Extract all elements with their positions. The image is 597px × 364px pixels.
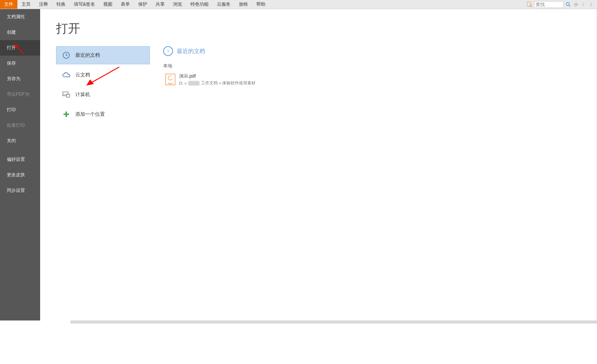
- menu-fill-sign[interactable]: 填写&签名: [70, 0, 99, 9]
- recent-title: 最近的文档: [177, 48, 205, 55]
- clock-icon: [163, 46, 173, 56]
- prev-icon[interactable]: [580, 2, 586, 8]
- location-recent[interactable]: 最近的文档: [56, 46, 150, 64]
- location-label: 最近的文档: [75, 52, 100, 59]
- path-tail: 工作文档 » 体验软件使用素材: [201, 80, 256, 86]
- clock-icon: [62, 51, 71, 60]
- location-computer[interactable]: 计算机: [56, 86, 150, 104]
- find-input[interactable]: [534, 1, 564, 8]
- search-bar: [527, 1, 597, 8]
- svg-line-2: [532, 6, 532, 7]
- location-label: 添加一个位置: [75, 111, 105, 118]
- recent-header: 最近的文档: [163, 46, 589, 56]
- menu-protect[interactable]: 保护: [134, 0, 151, 9]
- menu-features[interactable]: 特色功能: [186, 0, 213, 9]
- cloud-icon: [62, 70, 71, 79]
- location-label: 计算机: [75, 91, 90, 98]
- menu-file[interactable]: 文件: [0, 0, 17, 9]
- bottom-strip: [70, 320, 597, 324]
- location-cloud[interactable]: 云文档: [56, 66, 150, 84]
- svg-point-3: [566, 2, 569, 5]
- sidebar-save-as[interactable]: 另存为: [0, 71, 40, 87]
- menu-view[interactable]: 视图: [99, 0, 117, 9]
- computer-icon: [62, 90, 71, 99]
- sidebar-save[interactable]: 保存: [0, 56, 40, 71]
- sidebar-batch-print[interactable]: 批量打印: [0, 118, 40, 133]
- recent-documents: 最近的文档 本地 PDF 演示.pdf D: » 工作文档 » 体验软件使用素材: [163, 46, 589, 89]
- menu-slideshow[interactable]: 放映: [235, 0, 252, 9]
- sidebar-print[interactable]: 打印: [0, 102, 40, 118]
- menu-help[interactable]: 帮助: [252, 0, 270, 9]
- path-prefix: D: »: [179, 81, 187, 86]
- search-page-icon[interactable]: [527, 2, 533, 8]
- menu-comment[interactable]: 注释: [35, 0, 52, 9]
- open-panel: 打开 最近的文档 云文档 计算机 添加一个位置: [40, 9, 597, 320]
- gear-icon[interactable]: [573, 2, 579, 8]
- menu-share[interactable]: 共享: [151, 0, 169, 9]
- file-name: 演示.pdf: [179, 73, 256, 79]
- sidebar-close[interactable]: 关闭: [0, 133, 40, 149]
- file-path: D: » 工作文档 » 体验软件使用素材: [179, 80, 256, 86]
- recent-file-item[interactable]: PDF 演示.pdf D: » 工作文档 » 体验软件使用素材: [163, 72, 589, 89]
- menu-convert[interactable]: 转换: [52, 0, 70, 9]
- sidebar-skin[interactable]: 更改皮肤: [0, 167, 40, 183]
- location-add[interactable]: 添加一个位置: [56, 105, 150, 123]
- svg-line-4: [569, 5, 571, 6]
- menu-cloud[interactable]: 云服务: [213, 0, 235, 9]
- file-sidebar: 文档属性 创建 打开 保存 另存为 导出PDF为 打印 批量打印 关闭 偏好设置…: [0, 9, 40, 320]
- sidebar-doc-properties[interactable]: 文档属性: [0, 9, 40, 25]
- menu-browse[interactable]: 浏览: [169, 0, 186, 9]
- sidebar-preferences[interactable]: 偏好设置: [0, 152, 40, 167]
- sidebar-sync[interactable]: 同步设置: [0, 183, 40, 198]
- pdf-badge: PDF: [168, 82, 173, 85]
- menu-form[interactable]: 表单: [117, 0, 134, 9]
- path-redacted: [188, 81, 200, 86]
- svg-rect-0: [527, 2, 531, 6]
- menu-home[interactable]: 主页: [17, 0, 35, 9]
- pdf-file-icon: PDF: [165, 74, 175, 85]
- plus-icon: [62, 110, 71, 119]
- location-list: 最近的文档 云文档 计算机 添加一个位置: [56, 46, 150, 123]
- page-title: 打开: [40, 9, 597, 44]
- search-icon[interactable]: [565, 2, 571, 8]
- group-local-label: 本地: [163, 61, 589, 72]
- menu-bar: 文件 主页 注释 转换 填写&签名 视图 表单 保护 共享 浏览 特色功能 云服…: [0, 0, 597, 9]
- sidebar-export-pdf[interactable]: 导出PDF为: [0, 87, 40, 102]
- location-label: 云文档: [75, 72, 90, 78]
- sidebar-open[interactable]: 打开: [0, 40, 40, 56]
- sidebar-create[interactable]: 创建: [0, 25, 40, 40]
- next-icon[interactable]: [588, 2, 594, 8]
- svg-point-5: [575, 3, 577, 5]
